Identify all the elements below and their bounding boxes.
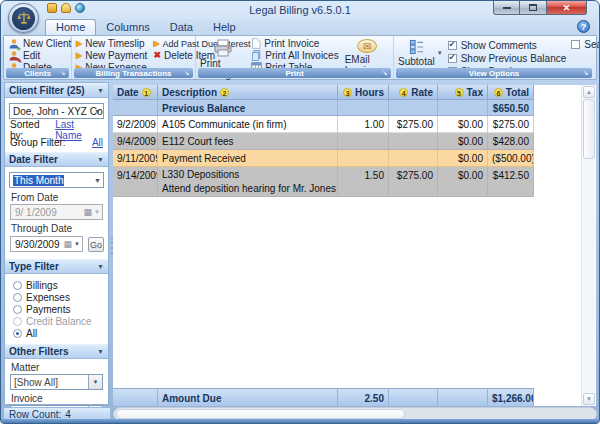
- quick-access-icon-2[interactable]: [61, 3, 71, 13]
- new-timeslip-button[interactable]: ▶ New Timeslip: [76, 38, 147, 49]
- table-row[interactable]: 9/2/2009 A105 Communicate (in firm) 1.00…: [113, 116, 534, 133]
- timeslip-arrow-icon: ▶: [76, 38, 82, 49]
- column-header-total[interactable]: 6 Total: [488, 85, 534, 100]
- column-order-badge: 2: [220, 88, 229, 97]
- payment-arrow-icon: ▶: [76, 50, 82, 61]
- printer-icon: [213, 39, 233, 57]
- radio-icon: [13, 281, 22, 290]
- amount-due-row: Amount Due 2.50 $1,266.00: [113, 388, 534, 406]
- subtotal-button[interactable]: Subtotal: [398, 38, 435, 67]
- checkbox-unchecked-icon: [571, 40, 580, 49]
- date-preset-select[interactable]: This Month ▼: [9, 172, 104, 188]
- type-filter-header[interactable]: Type Filter ▼: [5, 259, 108, 274]
- column-header-tax[interactable]: 5 Tax: [438, 85, 488, 100]
- column-header-rate[interactable]: 4 Rate: [389, 85, 438, 100]
- app-window: Legal Billing v6.5.0.1 ✕ Home Columns Da…: [0, 0, 600, 424]
- group-dialog-launcher-icon[interactable]: ↘: [59, 69, 67, 77]
- quick-access-icon-1[interactable]: [47, 3, 57, 13]
- ribbon-group-print: Print Settings Print Invoice Print All I…: [196, 36, 394, 79]
- radio-billings[interactable]: Billings: [5, 280, 108, 290]
- show-comments-checkbox[interactable]: Show Comments: [448, 40, 567, 51]
- subtotal-dropdown-icon[interactable]: ▼: [437, 50, 443, 56]
- new-payment-button[interactable]: ▶ New Payment: [76, 50, 147, 61]
- vertical-scrollbar[interactable]: ▲ ▼: [581, 85, 595, 406]
- scroll-up-icon[interactable]: ▲: [583, 86, 595, 98]
- print-invoice-button[interactable]: Print Invoice: [251, 38, 338, 49]
- column-order-badge: 3: [343, 88, 352, 97]
- table-row[interactable]: 9/14/2009 L330 Depositions Attend deposi…: [113, 167, 534, 197]
- from-date-label: From Date: [11, 192, 102, 203]
- column-order-badge: 6: [494, 88, 503, 97]
- subtotal-icon: [409, 39, 424, 55]
- new-client-button[interactable]: ＋ New Client: [8, 38, 68, 49]
- group-dialog-launcher-icon[interactable]: ↘: [381, 69, 389, 77]
- search-footer-checkbox[interactable]: Search Footer: [571, 38, 600, 49]
- column-header-date[interactable]: Date 1: [113, 85, 158, 100]
- scrollbar-thumb[interactable]: [116, 409, 405, 419]
- client-select[interactable]: Doe, John - XYZ Corporation ▼: [9, 103, 104, 119]
- radio-expenses[interactable]: Expenses: [5, 292, 108, 302]
- ribbon-tab-bar: Home Columns Data Help: [3, 19, 597, 35]
- chevron-down-icon: ▼: [97, 263, 104, 270]
- scroll-down-icon[interactable]: ▼: [583, 393, 595, 405]
- quick-access-icon-3[interactable]: [75, 3, 85, 13]
- date-filter-header[interactable]: Date Filter ▼: [5, 152, 108, 167]
- client-filter-header[interactable]: Client Filter (25) ▼: [5, 83, 108, 98]
- tab-help[interactable]: Help: [203, 20, 246, 35]
- dropdown-button[interactable]: ▼: [88, 375, 102, 389]
- table-header-row: Date 1 Description 2 3 Hours 4 Rate 5 Ta…: [113, 85, 534, 100]
- chevron-down-icon: ▼: [94, 177, 101, 184]
- envelope-icon: ✉: [357, 39, 377, 53]
- delete-item-x-icon: ✖: [153, 50, 161, 61]
- maximize-icon: [529, 4, 537, 11]
- group-dialog-launcher-icon[interactable]: ↘: [582, 69, 590, 77]
- radio-icon: [13, 305, 22, 314]
- radio-credit-balance: Credit Balance: [5, 316, 108, 326]
- tab-columns[interactable]: Columns: [96, 20, 159, 35]
- through-date-label: Through Date: [11, 223, 102, 234]
- maximize-button[interactable]: [520, 1, 547, 15]
- documents-stack-icon: [251, 50, 262, 61]
- group-label-print: Print ↘: [198, 68, 391, 78]
- ribbon-group-clients: ＋ New Client ✎ Edit ✖ Delete: [4, 36, 72, 79]
- help-icon[interactable]: ?: [577, 20, 590, 33]
- scrollbar-thumb[interactable]: [583, 99, 595, 159]
- tab-home[interactable]: Home: [45, 19, 96, 35]
- tab-data[interactable]: Data: [160, 20, 203, 35]
- column-header-description[interactable]: Description 2: [158, 85, 338, 100]
- row-comment: Attend deposition hearing for Mr. Jones: [162, 182, 333, 196]
- billing-table: Date 1 Description 2 3 Hours 4 Rate 5 Ta…: [113, 85, 596, 406]
- table-row[interactable]: 9/4/2009 E112 Court fees $0.00 $428.00: [113, 133, 534, 150]
- matter-select[interactable]: [Show All] ▼: [10, 374, 103, 390]
- window-bottom-frame: [1, 419, 599, 423]
- show-previous-balance-checkbox[interactable]: Show Previous Balance: [448, 53, 567, 64]
- chevron-down-icon: ▼: [97, 156, 104, 163]
- edit-client-button[interactable]: ✎ Edit: [8, 50, 68, 61]
- group-label-clients: Clients ↘: [6, 68, 69, 78]
- radio-all[interactable]: All: [5, 328, 108, 338]
- go-button[interactable]: Go: [88, 237, 104, 252]
- through-date-input[interactable]: 9/30/2009 ▦ ▼: [10, 236, 83, 252]
- group-filter-link[interactable]: All: [92, 137, 103, 148]
- group-dialog-launcher-icon[interactable]: ↘: [183, 69, 191, 77]
- column-order-badge: 5: [455, 88, 464, 97]
- minimize-icon: [503, 7, 511, 9]
- column-header-hours[interactable]: 3 Hours: [338, 85, 389, 100]
- from-date-input[interactable]: 9/ 1/2009 ▦ ▼: [10, 204, 103, 220]
- chevron-down-icon: ▼: [97, 348, 104, 355]
- close-button[interactable]: ✕: [547, 1, 587, 15]
- application-menu-button[interactable]: [8, 3, 39, 33]
- group-filter-label: Group Filter:: [10, 137, 66, 148]
- window-controls: ✕: [493, 1, 587, 15]
- minimize-button[interactable]: [493, 1, 520, 15]
- group-label-billing-transactions: Billing Transactions ↘: [74, 68, 193, 78]
- column-order-badge: 1: [142, 88, 151, 97]
- print-all-invoices-button[interactable]: Print All Invoices: [251, 50, 338, 61]
- ribbon-group-view-options: Subtotal ▼ Show Comments Show Previous B…: [394, 36, 594, 79]
- calendar-icon: ▦: [64, 239, 73, 249]
- checkbox-checked-icon: [448, 54, 457, 63]
- previous-balance-row[interactable]: Previous Balance $650.50: [113, 100, 534, 116]
- table-row-payment[interactable]: 9/11/2009 Payment Received $0.00 ($500.0…: [113, 150, 534, 167]
- radio-payments[interactable]: Payments: [5, 304, 108, 314]
- other-filters-header[interactable]: Other Filters ▼: [5, 344, 108, 359]
